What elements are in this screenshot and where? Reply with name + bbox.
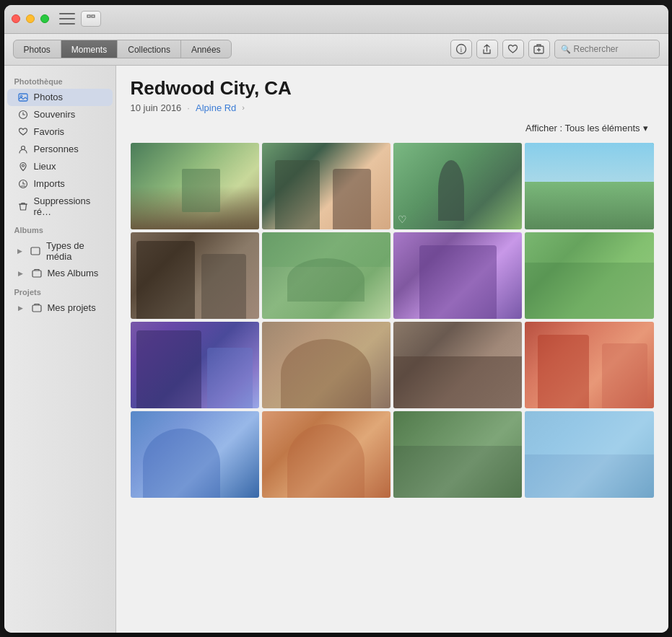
types-media-icon	[30, 245, 41, 257]
content-area: Photothèque Photos Souvenirs Favoris	[4, 66, 668, 633]
personnes-icon	[17, 144, 29, 155]
fullscreen-icon	[87, 14, 95, 23]
svg-rect-11	[31, 247, 40, 255]
photo-row	[131, 411, 654, 498]
photo-item[interactable]	[525, 322, 653, 408]
expand-icon-mes-albums: ▶	[17, 270, 25, 277]
sidebar-label-suppressions: Suppressions ré…	[34, 196, 102, 217]
svg-rect-0	[87, 15, 90, 17]
filter-label: Afficher : Tous les éléments	[525, 123, 640, 133]
fullscreen-button[interactable]	[81, 11, 101, 27]
tab-photos[interactable]: Photos	[14, 40, 61, 58]
photo-figure	[525, 232, 653, 319]
titlebar	[4, 5, 668, 34]
add-to-album-icon	[533, 44, 544, 55]
minimize-button[interactable]	[26, 14, 35, 23]
photo-row	[131, 232, 654, 319]
photo-item[interactable]	[525, 232, 653, 319]
add-to-album-button[interactable]	[528, 40, 550, 58]
photo-figure	[131, 232, 259, 319]
photo-item[interactable]	[262, 411, 390, 498]
sidebar: Photothèque Photos Souvenirs Favoris	[4, 66, 116, 633]
photo-item[interactable]	[525, 143, 653, 229]
photo-item[interactable]	[393, 411, 522, 498]
photo-item[interactable]	[393, 322, 522, 408]
sidebar-label-mes-albums: Mes Albums	[48, 268, 99, 278]
sidebar-label-lieux: Lieux	[34, 161, 56, 172]
svg-rect-5	[19, 94, 27, 101]
favoris-icon	[17, 126, 29, 138]
photo-figure	[131, 143, 259, 229]
sidebar-section-projets: Projets	[4, 282, 115, 299]
imports-icon	[17, 178, 29, 190]
photo-figure	[262, 411, 390, 498]
favorite-heart: ♡	[398, 214, 407, 225]
photo-row: ♡	[131, 143, 654, 229]
tab-collections[interactable]: Collections	[118, 40, 181, 58]
sidebar-item-favoris[interactable]: Favoris	[7, 123, 113, 141]
search-box[interactable]: 🔍	[554, 40, 660, 58]
mes-albums-icon	[31, 268, 43, 279]
expand-icon-mes-projets: ▶	[17, 304, 25, 312]
sidebar-item-personnes[interactable]: Personnes	[7, 141, 113, 158]
photo-figure	[262, 143, 390, 229]
photo-item[interactable]	[131, 143, 259, 229]
maximize-button[interactable]	[40, 14, 49, 23]
sidebar-item-photos[interactable]: Photos	[7, 89, 113, 106]
photo-figure	[525, 411, 653, 498]
search-icon: 🔍	[561, 45, 571, 54]
lieux-icon	[17, 161, 29, 172]
sidebar-label-souvenirs: Souvenirs	[34, 109, 76, 120]
sidebar-item-souvenirs[interactable]: Souvenirs	[7, 106, 113, 123]
photo-item[interactable]: ♡	[393, 143, 522, 229]
tab-moments[interactable]: Moments	[61, 40, 118, 58]
photo-item[interactable]	[262, 232, 390, 319]
info-button[interactable]: i	[450, 40, 472, 58]
expand-icon-types-media: ▶	[17, 247, 23, 255]
sidebar-item-imports[interactable]: Imports	[7, 175, 113, 193]
photo-figure: ♡	[393, 143, 522, 229]
sidebar-item-types-media[interactable]: ▶ Types de média	[7, 237, 113, 265]
sidebar-toggle-button[interactable]	[59, 13, 75, 25]
svg-point-6	[20, 95, 22, 97]
close-button[interactable]	[12, 14, 20, 23]
share-icon	[481, 44, 492, 55]
share-button[interactable]	[476, 40, 498, 58]
tab-annees[interactable]: Années	[181, 40, 231, 58]
sidebar-item-lieux[interactable]: Lieux	[7, 158, 113, 175]
suppressions-icon	[17, 201, 29, 212]
svg-rect-13	[32, 305, 41, 312]
sidebar-item-suppressions[interactable]: Suppressions ré…	[7, 193, 113, 220]
photo-figure	[131, 322, 259, 408]
photo-location[interactable]: Alpine Rd	[196, 102, 236, 113]
location-arrow-icon: ›	[242, 103, 245, 112]
photo-item[interactable]	[131, 232, 259, 319]
view-tab-group: Photos Moments Collections Années	[13, 40, 232, 58]
page-title: Redwood City, CA	[131, 77, 654, 100]
photo-figure	[393, 411, 522, 498]
photo-item[interactable]	[131, 322, 259, 408]
info-icon: i	[455, 43, 467, 55]
photo-row	[131, 322, 654, 408]
photo-item[interactable]	[525, 411, 653, 498]
sidebar-item-mes-projets[interactable]: ▶ Mes projets	[7, 299, 113, 317]
photo-grid: ♡	[116, 143, 668, 633]
filter-button[interactable]: Afficher : Tous les éléments ▾	[520, 120, 654, 136]
photo-item[interactable]	[262, 143, 390, 229]
mes-projets-icon	[31, 302, 43, 314]
photo-figure	[131, 411, 259, 498]
date-separator: ·	[187, 102, 190, 113]
photo-item[interactable]	[131, 411, 259, 498]
photo-item[interactable]	[262, 322, 390, 408]
photo-item[interactable]	[393, 232, 522, 319]
svg-point-9	[22, 164, 24, 167]
photos-icon	[17, 92, 29, 103]
sidebar-label-photos: Photos	[34, 92, 63, 102]
heart-icon	[507, 44, 518, 55]
search-input[interactable]	[574, 44, 653, 54]
filter-row: Afficher : Tous les éléments ▾	[116, 118, 668, 143]
app-window: Photos Moments Collections Années i	[4, 5, 668, 633]
sidebar-item-mes-albums[interactable]: ▶ Mes Albums	[7, 265, 113, 282]
favorite-button[interactable]	[502, 40, 524, 58]
souvenirs-icon	[17, 109, 29, 120]
